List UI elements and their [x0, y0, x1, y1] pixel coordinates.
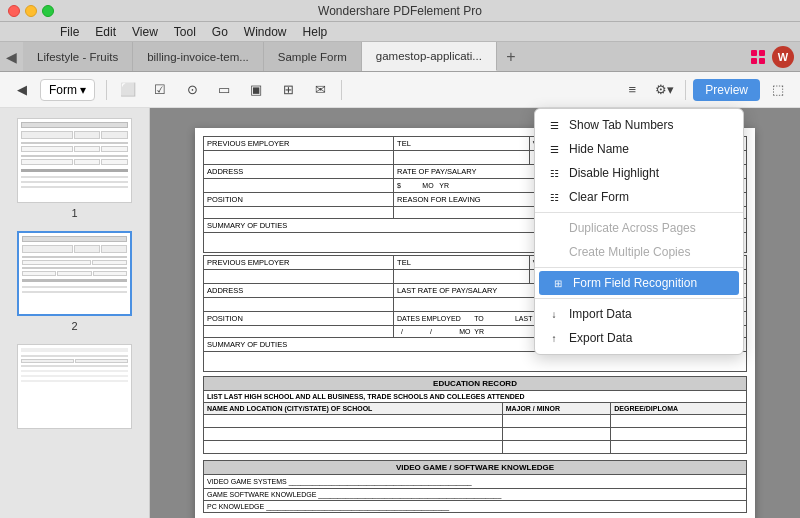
position-field-2[interactable]	[204, 326, 394, 338]
svg-rect-3	[759, 58, 765, 64]
menu-item-hide-name[interactable]: ☰ Hide Name	[535, 137, 743, 161]
thumb-preview-1	[17, 118, 132, 203]
form-field-recognition-label: Form Field Recognition	[573, 276, 697, 290]
menu-file[interactable]: File	[60, 25, 79, 39]
duplicate-label: Duplicate Across Pages	[569, 221, 696, 235]
prev-employer-2-label: PREVIOUS EMPLOYER	[204, 256, 394, 270]
major-row-1[interactable]	[502, 415, 611, 428]
menu-tool[interactable]: Tool	[174, 25, 196, 39]
tab-back[interactable]: ◀	[0, 42, 23, 71]
menu-separator-1	[535, 212, 743, 213]
page-thumb-2[interactable]: 2	[17, 231, 132, 332]
menu-go[interactable]: Go	[212, 25, 228, 39]
svg-rect-2	[751, 58, 757, 64]
maximize-button[interactable]	[42, 5, 54, 17]
video-section-header: VIDEO GAME / SOFTWARE KNOWLEDGE	[204, 461, 747, 475]
degree-row-1[interactable]	[611, 415, 747, 428]
menu-item-export-data[interactable]: ↑ Export Data	[535, 326, 743, 350]
show-tab-numbers-label: Show Tab Numbers	[569, 118, 674, 132]
menu-window[interactable]: Window	[244, 25, 287, 39]
tool-btn-4[interactable]: ▭	[210, 77, 238, 103]
page-thumb-1[interactable]: 1	[17, 118, 132, 219]
create-copies-label: Create Multiple Copies	[569, 245, 690, 259]
position-field-1[interactable]	[204, 207, 394, 219]
toolbar-separator-2	[341, 80, 342, 100]
menu-separator-2	[535, 267, 743, 268]
import-data-icon: ↓	[547, 309, 561, 320]
user-avatar[interactable]: W	[772, 46, 794, 68]
menu-item-import-data[interactable]: ↓ Import Data	[535, 302, 743, 326]
page-thumb-3[interactable]	[17, 344, 132, 433]
school-name-col: NAME AND LOCATION (CITY/STATE) OF SCHOOL	[204, 403, 503, 415]
tab-add-button[interactable]: +	[497, 42, 525, 71]
pc-knowledge-row: PC KNOWLEDGE ___________________________…	[204, 501, 747, 513]
tel-field-2[interactable]	[394, 270, 530, 284]
menu-edit[interactable]: Edit	[95, 25, 116, 39]
game-software-row: GAME SOFTWARE KNOWLEDGE ________________…	[204, 489, 747, 501]
disable-highlight-label: Disable Highlight	[569, 166, 659, 180]
school-row-3[interactable]	[204, 441, 503, 454]
tab-lifestyle[interactable]: Lifestyle - Fruits	[23, 42, 133, 71]
form-dropdown[interactable]: Form ▾	[40, 79, 95, 101]
degree-row-2[interactable]	[611, 428, 747, 441]
back-nav-button[interactable]: ◀	[8, 77, 36, 103]
tool-btn-7[interactable]: ✉	[306, 77, 334, 103]
form-settings-button[interactable]: ⚙▾	[650, 77, 678, 103]
video-game-systems-row: VIDEO GAME SYSTEMS _____________________…	[204, 475, 747, 489]
major-row-2[interactable]	[502, 428, 611, 441]
tab-gamestop[interactable]: gamestop-applicati...	[362, 42, 497, 71]
address-field-1[interactable]	[204, 179, 394, 193]
panel-toggle-button[interactable]: ⬚	[764, 77, 792, 103]
page-label-2: 2	[17, 320, 132, 332]
toolbar-separator-1	[106, 80, 107, 100]
close-button[interactable]	[8, 5, 20, 17]
export-data-icon: ↑	[547, 333, 561, 344]
major-row-3[interactable]	[502, 441, 611, 454]
school-row-1[interactable]	[204, 415, 503, 428]
menu-item-clear-form[interactable]: ☷ Clear Form	[535, 185, 743, 209]
toolbar-separator-3	[685, 80, 686, 100]
show-tab-numbers-icon: ☰	[547, 120, 561, 131]
prev-employer-label: PREVIOUS EMPLOYER	[204, 137, 394, 151]
tab-billing[interactable]: billing-invoice-tem...	[133, 42, 264, 71]
menu-item-show-tab-numbers[interactable]: ☰ Show Tab Numbers	[535, 113, 743, 137]
clear-form-label: Clear Form	[569, 190, 629, 204]
employer-field-2[interactable]	[204, 270, 394, 284]
address-field-2[interactable]	[204, 298, 394, 312]
menu-help[interactable]: Help	[303, 25, 328, 39]
education-section-header: EDUCATION RECORD	[204, 377, 747, 391]
tab-sample[interactable]: Sample Form	[264, 42, 362, 71]
toolbar: ◀ Form ▾ ⬜ ☑ ⊙ ▭ ▣ ⊞ ✉ ≡ ⚙▾ Preview ⬚	[0, 72, 800, 108]
tool-btn-1[interactable]: ⬜	[114, 77, 142, 103]
minimize-button[interactable]	[25, 5, 37, 17]
tel-field-1[interactable]	[394, 151, 530, 165]
import-data-label: Import Data	[569, 307, 632, 321]
tool-btn-5[interactable]: ▣	[242, 77, 270, 103]
preview-button[interactable]: Preview	[693, 79, 760, 101]
traffic-lights	[8, 5, 54, 17]
thumb-preview-2	[17, 231, 132, 316]
address-label: ADDRESS	[204, 165, 394, 179]
menu-separator-3	[535, 298, 743, 299]
tool-btn-2[interactable]: ☑	[146, 77, 174, 103]
hide-name-icon: ☰	[547, 144, 561, 155]
school-row-2[interactable]	[204, 428, 503, 441]
form-list-button[interactable]: ≡	[618, 77, 646, 103]
menubar: File Edit View Tool Go Window Help	[0, 22, 800, 42]
page-label-1: 1	[17, 207, 132, 219]
hide-name-label: Hide Name	[569, 142, 629, 156]
tool-btn-3[interactable]: ⊙	[178, 77, 206, 103]
tool-btn-6[interactable]: ⊞	[274, 77, 302, 103]
tel-2-label: TEL	[394, 256, 530, 270]
degree-row-3[interactable]	[611, 441, 747, 454]
menu-item-form-field-recognition[interactable]: ⊞ Form Field Recognition	[539, 271, 739, 295]
thumb-preview-3	[17, 344, 132, 429]
menu-view[interactable]: View	[132, 25, 158, 39]
tab-grid-button[interactable]	[744, 49, 772, 65]
employer-field-1[interactable]	[204, 151, 394, 165]
major-minor-col: MAJOR / MINOR	[502, 403, 611, 415]
menu-item-disable-highlight[interactable]: ☷ Disable Highlight	[535, 161, 743, 185]
tabbar: ◀ Lifestyle - Fruits billing-invoice-tem…	[0, 42, 800, 72]
address-2-label: ADDRESS	[204, 284, 394, 298]
sidebar: 1	[0, 108, 150, 518]
